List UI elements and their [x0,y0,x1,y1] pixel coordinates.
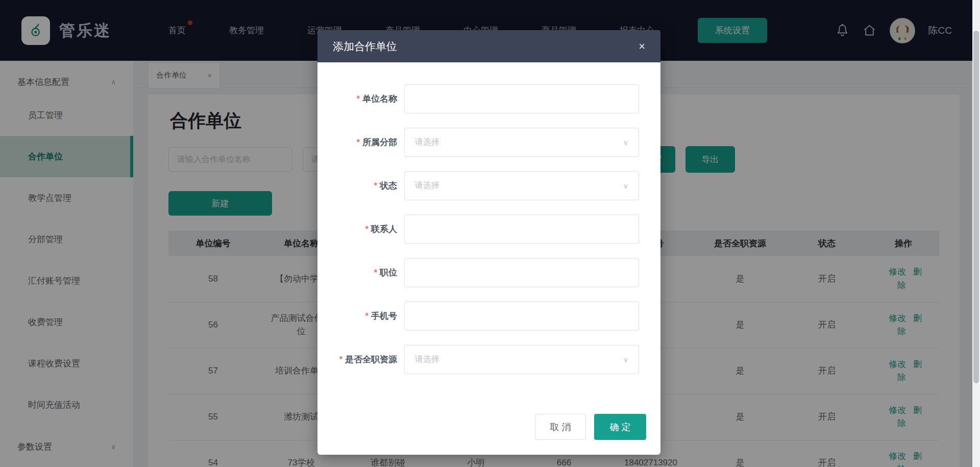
cancel-button[interactable]: 取 消 [535,414,586,440]
page-scrollbar[interactable] [972,0,980,467]
field-label: *联系人 [317,215,404,244]
modal-title: 添加合作单位 [333,39,397,54]
field-label: *职位 [317,258,404,287]
field-input-4[interactable] [404,258,639,287]
required-mark: * [339,355,342,364]
select-placeholder: 请选择 [415,180,439,191]
required-mark: * [365,312,369,320]
select-placeholder: 请选择 [415,137,439,148]
field-row-0: *单位名称 [317,84,660,113]
scrollbar-thumb[interactable] [973,31,979,383]
chevron-down-icon: ∨ [623,182,628,190]
required-mark: * [365,225,369,233]
field-label: *手机号 [317,301,404,331]
field-row-4: *职位 [317,258,660,287]
field-input-5[interactable] [404,301,639,331]
field-label: *是否全职资源 [317,345,404,374]
field-label-text: 联系人 [371,224,397,234]
chevron-down-icon: ∨ [623,356,628,364]
field-label-text: 是否全职资源 [345,355,397,364]
field-label-text: 职位 [380,268,397,277]
field-label-text: 单位名称 [362,94,397,104]
required-mark: * [357,95,360,103]
field-row-5: *手机号 [317,301,660,331]
field-select-2[interactable]: 请选择∨ [404,171,639,200]
chevron-down-icon: ∨ [623,138,628,147]
required-mark: * [374,181,377,190]
close-icon[interactable]: × [639,41,645,52]
field-label: *单位名称 [317,84,404,113]
field-label: *状态 [317,171,404,200]
field-row-1: *所属分部请选择∨ [317,128,660,157]
required-mark: * [357,138,360,147]
confirm-button[interactable]: 确 定 [594,414,646,440]
add-partner-modal: 添加合作单位 × *单位名称*所属分部请选择∨*状态请选择∨*联系人*职位*手机… [317,30,660,455]
field-input-0[interactable] [404,84,639,113]
field-select-1[interactable]: 请选择∨ [404,128,639,157]
required-mark: * [374,268,377,277]
select-placeholder: 请选择 [415,354,439,365]
field-select-6[interactable]: 请选择∨ [404,345,639,374]
field-row-2: *状态请选择∨ [317,171,660,200]
field-row-3: *联系人 [317,215,660,244]
field-label-text: 手机号 [371,311,397,321]
field-row-6: *是否全职资源请选择∨ [317,345,660,374]
field-label-text: 所属分部 [362,137,397,147]
field-input-3[interactable] [404,215,639,244]
modal-header: 添加合作单位 × [317,30,660,62]
field-label: *所属分部 [317,128,404,157]
modal-body: *单位名称*所属分部请选择∨*状态请选择∨*联系人*职位*手机号*是否全职资源请… [317,62,660,374]
field-label-text: 状态 [380,181,397,191]
